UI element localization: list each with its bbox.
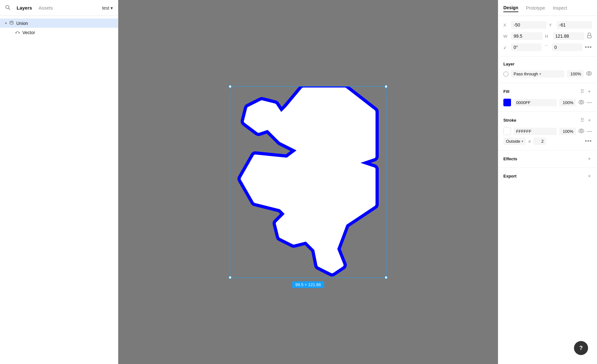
- transform-section: X -50 Y -61 W 99.5 H 121.88 ↙ 0° ⌒ 0 •••: [498, 16, 597, 57]
- constrain-proportions-icon[interactable]: [587, 32, 592, 40]
- export-section-label: Export: [503, 174, 516, 178]
- export-section: Export ＋: [498, 167, 597, 185]
- fill-hex-value[interactable]: 0000FF: [514, 99, 557, 106]
- xy-row: X -50 Y -61: [503, 21, 592, 29]
- union-layer-name: Union: [16, 21, 28, 26]
- left-panel: Layers Assets test ▾ ▾ Union: [0, 0, 118, 364]
- vector-layer-name: Vector: [22, 30, 35, 35]
- stroke-hex-value[interactable]: FFFFFF: [514, 128, 557, 135]
- layers-list: ▾ Union Vector: [0, 16, 118, 364]
- y-value[interactable]: -61: [557, 21, 592, 29]
- rotation-value[interactable]: 0°: [511, 43, 542, 51]
- right-panel-tabs: Design Prototype Inspect: [498, 0, 597, 16]
- stroke-align-select[interactable]: Outside ▾: [503, 138, 526, 145]
- layer-blend-row: Pass through ▾ 100%: [503, 70, 592, 78]
- add-export-button[interactable]: ＋: [587, 173, 592, 179]
- blend-mode-icon: [503, 72, 508, 77]
- stroke-row: FFFFFF 100% —: [503, 127, 592, 135]
- w-value[interactable]: 99.5: [511, 32, 543, 40]
- visibility-toggle[interactable]: [586, 71, 592, 77]
- stroke-section: Stroke ⠿ ＋ FFFFFF 100% — Outside ▾: [498, 112, 597, 150]
- svg-point-5: [586, 72, 592, 75]
- svg-line-1: [9, 8, 10, 10]
- vector-shape[interactable]: [230, 86, 386, 278]
- h-value[interactable]: 121.88: [553, 32, 585, 40]
- fill-style-icon[interactable]: ⠿: [580, 88, 584, 95]
- layer-item-vector[interactable]: Vector: [0, 28, 118, 37]
- tab-design[interactable]: Design: [503, 4, 518, 12]
- blend-mode-select[interactable]: Pass through ▾: [511, 70, 564, 78]
- stroke-color-swatch[interactable]: [503, 127, 511, 135]
- stroke-opacity-value[interactable]: 100%: [559, 128, 576, 135]
- union-icon: [9, 20, 14, 26]
- corner-value[interactable]: 0: [552, 43, 583, 51]
- rotation-icon: ↙: [503, 45, 508, 50]
- svg-point-6: [588, 72, 590, 74]
- fill-color-swatch[interactable]: [503, 99, 511, 106]
- fill-section-actions: ⠿ ＋: [580, 88, 592, 95]
- stroke-align-chevron: ▾: [522, 140, 523, 143]
- stroke-align-value: Outside: [506, 139, 520, 144]
- remove-fill-button[interactable]: —: [587, 100, 592, 105]
- add-fill-button[interactable]: ＋: [587, 88, 592, 95]
- help-button[interactable]: ?: [574, 341, 588, 355]
- tab-layers[interactable]: Layers: [17, 4, 32, 12]
- header-tabs: Layers Assets: [17, 4, 53, 12]
- tab-prototype[interactable]: Prototype: [526, 4, 545, 12]
- canvas-inner: 99.5 × 121.88: [230, 86, 386, 278]
- vector-icon: [15, 30, 20, 35]
- effects-section-label: Effects: [503, 156, 517, 161]
- size-label: 99.5 × 121.88: [292, 281, 324, 288]
- h-label: H: [545, 34, 550, 39]
- project-name[interactable]: test ▾: [102, 5, 113, 11]
- stroke-header: Stroke ⠿ ＋: [503, 117, 592, 124]
- stroke-width-value[interactable]: 2: [533, 138, 546, 145]
- layer-item-union[interactable]: ▾ Union: [0, 19, 118, 28]
- layer-section-title: Layer: [503, 62, 592, 66]
- stroke-section-label: Stroke: [503, 118, 516, 123]
- wh-row: W 99.5 H 121.88: [503, 32, 592, 40]
- chevron-down-icon: ▾: [111, 5, 113, 11]
- stroke-visibility-toggle[interactable]: [578, 129, 584, 134]
- rotation-row: ↙ 0° ⌒ 0 •••: [503, 43, 592, 51]
- stroke-style-icon[interactable]: ⠿: [580, 117, 584, 123]
- stroke-style-lines-icon: ≡: [528, 139, 531, 144]
- stroke-section-actions: ⠿ ＋: [580, 117, 592, 124]
- w-label: W: [503, 34, 508, 39]
- fill-header: Fill ⠿ ＋: [503, 88, 592, 95]
- stroke-more-options[interactable]: •••: [585, 138, 592, 145]
- opacity-value[interactable]: 100%: [567, 70, 584, 78]
- svg-point-9: [579, 129, 584, 133]
- fill-section-label: Fill: [503, 89, 509, 94]
- fill-row: 0000FF 100% —: [503, 99, 592, 106]
- stroke-bottom-row: Outside ▾ ≡ 2 •••: [503, 138, 592, 145]
- left-header: Layers Assets test ▾: [0, 0, 118, 16]
- svg-point-8: [580, 101, 582, 103]
- right-panel: Design Prototype Inspect X -50 Y -61 W 9…: [498, 0, 597, 364]
- canvas-area: 99.5 × 121.88: [118, 0, 498, 364]
- add-stroke-button[interactable]: ＋: [587, 117, 592, 124]
- y-label: Y: [549, 23, 554, 27]
- svg-point-7: [579, 100, 584, 104]
- tab-inspect[interactable]: Inspect: [553, 4, 567, 12]
- svg-point-10: [580, 130, 582, 132]
- x-label: X: [503, 23, 508, 27]
- more-options-button[interactable]: •••: [585, 44, 592, 51]
- x-value[interactable]: -50: [511, 21, 547, 29]
- effects-section: Effects ＋: [498, 150, 597, 167]
- fill-opacity-value[interactable]: 100%: [559, 99, 576, 106]
- blend-mode-chevron: ▾: [539, 72, 541, 76]
- fill-visibility-toggle[interactable]: [578, 100, 584, 105]
- layer-section: Layer Pass through ▾ 100%: [498, 57, 597, 83]
- corner-icon: ⌒: [544, 44, 549, 50]
- add-effect-button[interactable]: ＋: [587, 155, 592, 162]
- blend-mode-value: Pass through: [514, 72, 538, 76]
- fill-section: Fill ⠿ ＋ 0000FF 100% —: [498, 83, 597, 112]
- search-icon[interactable]: [5, 5, 10, 11]
- svg-rect-4: [587, 35, 591, 38]
- remove-stroke-button[interactable]: —: [587, 128, 592, 134]
- chevron-icon: ▾: [5, 21, 7, 25]
- tab-assets[interactable]: Assets: [38, 4, 53, 12]
